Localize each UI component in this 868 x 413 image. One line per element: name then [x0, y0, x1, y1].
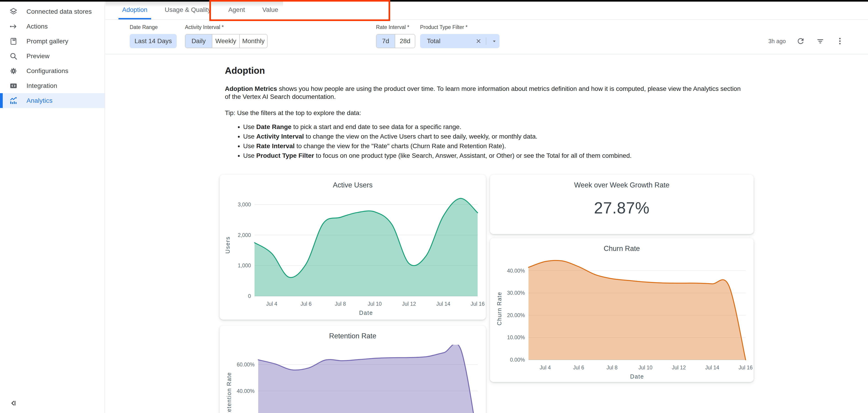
tab-adoption[interactable]: Adoption	[114, 0, 156, 20]
code-icon	[9, 81, 18, 91]
intro-paragraph: Adoption Metrics shows you how people ar…	[225, 85, 748, 101]
tab-label: Adoption	[122, 6, 148, 13]
svg-text:Jul 14: Jul 14	[436, 301, 451, 307]
sidebar-item-label: Prompt gallery	[27, 38, 68, 45]
data-stores-icon	[9, 7, 18, 17]
svg-text:40.00%: 40.00%	[237, 388, 254, 394]
app-window: Connected data stores Actions Prompt gal…	[0, 0, 868, 413]
svg-text:Jul 10: Jul 10	[368, 301, 381, 307]
page-content: Adoption Adoption Metrics shows you how …	[105, 54, 868, 413]
tab-bar: Adoption Usage & Quality Agent Value	[105, 0, 868, 20]
rate-28d-option[interactable]: 28d	[395, 34, 415, 48]
sidebar-item-label: Analytics	[27, 97, 53, 104]
sidebar-item-analytics[interactable]: Analytics	[0, 93, 104, 108]
active-users-chart: 01,0002,0003,000Jul 4Jul 6Jul 8Jul 10Jul…	[220, 194, 486, 320]
retention-rate-chart: 0.00%20.00%40.00%60.00%Jul 4Jul 6Jul 8Ju…	[220, 345, 486, 413]
sidebar-item-connected-data-stores[interactable]: Connected data stores	[0, 4, 104, 19]
sidebar-item-configurations[interactable]: Configurations	[0, 63, 104, 78]
arrow-drop-down-icon[interactable]	[489, 38, 499, 44]
sidebar-item-label: Connected data stores	[27, 8, 92, 15]
svg-text:40.00%: 40.00%	[507, 268, 525, 274]
more-vert-icon[interactable]	[835, 36, 845, 46]
activity-daily-option[interactable]: Daily	[185, 34, 212, 48]
svg-text:2,000: 2,000	[238, 232, 251, 238]
activity-weekly-option[interactable]: Weekly	[212, 34, 240, 48]
sidebar-item-label: Integration	[27, 82, 57, 90]
svg-text:Retention Rate: Retention Rate	[226, 372, 232, 413]
svg-text:Jul 4: Jul 4	[540, 364, 551, 371]
svg-text:Users: Users	[224, 236, 231, 253]
tip-line: Tip: Use the filters at the top to explo…	[225, 109, 748, 117]
svg-text:Jul 10: Jul 10	[638, 364, 652, 371]
date-range-button[interactable]: Last 14 Days	[130, 34, 177, 48]
svg-text:Jul 6: Jul 6	[301, 301, 312, 307]
svg-text:Jul 8: Jul 8	[335, 301, 346, 307]
sidebar-item-actions[interactable]: Actions	[0, 19, 104, 34]
search-icon	[9, 51, 18, 61]
rate-interval-label: Rate Interval *	[376, 24, 409, 30]
rate-interval-toggle: 7d 28d	[376, 34, 415, 48]
activity-interval-toggle: Daily Weekly Monthly	[185, 34, 268, 48]
chart-title: Churn Rate	[490, 238, 754, 257]
svg-text:Jul 12: Jul 12	[672, 364, 686, 371]
filter-bar: Date Range Last 14 Days Activity Interva…	[105, 20, 868, 54]
refresh-icon[interactable]	[796, 36, 805, 46]
chart-title: Week over Week Growth Rate	[490, 174, 754, 194]
tip-item: Use Product Type Filter to focus on one …	[243, 152, 748, 160]
growth-rate-value: 27.87%	[490, 199, 754, 217]
tip-item: Use Activity Interval to change the view…	[243, 132, 748, 140]
tip-item: Use Date Range to pick a start and end d…	[243, 123, 748, 131]
churn-rate-card: Churn Rate 0.00%10.00%20.00%30.00%40.00%…	[490, 238, 754, 382]
product-type-filter-label: Product Type Filter *	[420, 24, 468, 30]
svg-text:10.00%: 10.00%	[507, 335, 525, 340]
date-range-value: Last 14 Days	[134, 37, 172, 45]
svg-text:Jul 16: Jul 16	[470, 301, 485, 307]
prompt-gallery-icon	[9, 36, 18, 46]
svg-text:Jul 14: Jul 14	[705, 364, 719, 371]
svg-text:0.00%: 0.00%	[510, 357, 525, 363]
actions-arrow-icon	[9, 22, 18, 31]
sidebar-item-preview[interactable]: Preview	[0, 49, 104, 63]
page-title: Adoption	[225, 67, 748, 75]
tips-list: Use Date Range to pick a start and end d…	[225, 123, 748, 160]
intro-text-block: Adoption Adoption Metrics shows you how …	[225, 67, 748, 161]
tab-agent[interactable]: Agent	[220, 0, 254, 20]
sidebar-item-label: Actions	[27, 23, 48, 30]
svg-text:Jul 8: Jul 8	[607, 364, 618, 371]
retention-rate-card: Retention Rate 0.00%20.00%40.00%60.00%Ju…	[220, 325, 486, 413]
tab-usage-quality[interactable]: Usage & Quality	[156, 0, 220, 20]
activity-interval-label: Activity Interval *	[185, 24, 224, 30]
svg-text:3,000: 3,000	[238, 201, 251, 208]
sidebar-nav: Connected data stores Actions Prompt gal…	[0, 4, 104, 108]
svg-text:60.00%: 60.00%	[237, 362, 254, 368]
sidebar-item-integration[interactable]: Integration	[0, 78, 104, 93]
svg-text:Date: Date	[359, 310, 373, 316]
chart-title: Active Users	[220, 174, 486, 194]
tab-label: Agent	[228, 6, 245, 13]
product-type-value: Total	[420, 37, 474, 45]
rate-7d-option[interactable]: 7d	[376, 34, 395, 48]
gear-icon	[9, 66, 18, 76]
tip-item: Use Rate Interval to change the view for…	[243, 142, 748, 150]
filter-icon[interactable]	[815, 36, 825, 46]
collapse-panel-icon[interactable]	[8, 398, 19, 409]
svg-text:Jul 12: Jul 12	[402, 301, 416, 307]
tab-value[interactable]: Value	[254, 0, 287, 20]
svg-text:20.00%: 20.00%	[507, 312, 525, 318]
window-top-edge	[0, 0, 868, 2]
activity-monthly-option[interactable]: Monthly	[240, 34, 267, 48]
svg-text:Jul 16: Jul 16	[739, 364, 752, 371]
product-type-select[interactable]: Total	[420, 34, 499, 48]
svg-text:30.00%: 30.00%	[507, 290, 525, 296]
sidebar-item-label: Configurations	[27, 67, 68, 75]
chip-divider	[486, 37, 486, 45]
refresh-cluster: 3h ago	[769, 34, 845, 48]
sidebar-item-prompt-gallery[interactable]: Prompt gallery	[0, 34, 104, 49]
svg-text:Churn Rate: Churn Rate	[496, 292, 502, 325]
last-refresh-label: 3h ago	[769, 38, 786, 44]
sidebar: Connected data stores Actions Prompt gal…	[0, 0, 105, 413]
analytics-icon	[9, 96, 18, 105]
tab-label: Value	[262, 6, 278, 13]
active-users-card: Active Users 01,0002,0003,000Jul 4Jul 6J…	[220, 174, 486, 320]
close-icon[interactable]	[474, 38, 483, 44]
